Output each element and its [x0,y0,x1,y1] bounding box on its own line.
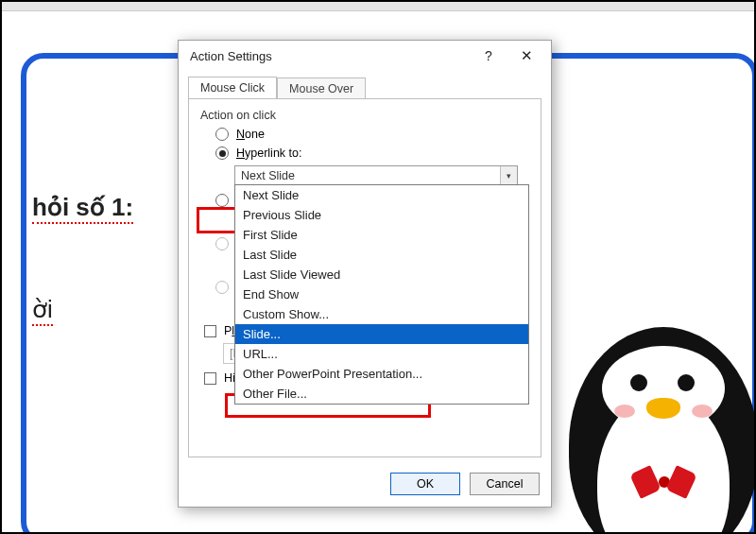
cancel-button[interactable]: Cancel [470,473,540,495]
slide-text-answer: ời [32,295,53,326]
radio-none-label: None [236,128,265,141]
chevron-down-icon[interactable]: ▾ [500,166,517,185]
checkbox-icon [204,372,216,385]
radio-icon [215,194,229,207]
radio-icon [215,237,229,250]
radio-hyperlink-label: Hyperlink to: [236,146,301,160]
tab-panel-mouse-click: Action on click None Hyperlink to: Next … [188,98,541,457]
dropdown-option[interactable]: Last Slide [235,245,528,265]
tab-mouse-over[interactable]: Mouse Over [277,78,366,99]
radio-none[interactable]: None [215,128,531,141]
dropdown-option[interactable]: Custom Show... [235,304,528,324]
dropdown-option-selected[interactable]: Slide... [235,324,528,344]
dropdown-option[interactable]: URL... [235,344,528,364]
dropdown-option[interactable]: Next Slide [235,185,528,205]
dropdown-option[interactable]: Other PowerPoint Presentation... [235,364,528,384]
radio-hyperlink[interactable]: Hyperlink to: [215,146,531,160]
ruler [2,2,754,11]
dropdown-option[interactable]: Previous Slide [235,205,528,225]
dialog-tabs: Mouse Click Mouse Over [179,71,551,98]
dialog-button-row: OK Cancel [179,467,551,507]
dropdown-option[interactable]: End Show [235,284,528,304]
checkbox-icon [204,325,216,337]
dropdown-option[interactable]: First Slide [235,225,528,245]
slide-text-question: hỏi số 1: [32,193,133,224]
radio-icon [215,146,229,160]
action-settings-dialog: Action Settings ? ✕ Mouse Click Mouse Ov… [178,40,552,508]
dropdown-option[interactable]: Other File... [235,384,528,404]
radio-icon [215,128,229,141]
group-label-action: Action on click [200,109,531,122]
ok-button[interactable]: OK [390,473,460,495]
help-button[interactable]: ? [470,43,507,69]
hyperlink-combo[interactable]: Next Slide ▾ [234,165,518,186]
tab-mouse-click[interactable]: Mouse Click [188,77,277,98]
hyperlink-dropdown[interactable]: Next Slide Previous Slide First Slide La… [234,184,529,405]
close-button[interactable]: ✕ [507,43,545,69]
dropdown-option[interactable]: Last Slide Viewed [235,265,528,284]
dialog-title: Action Settings [190,49,470,63]
hyperlink-combo-value: Next Slide [241,169,295,182]
dialog-titlebar[interactable]: Action Settings ? ✕ [179,41,551,71]
penguin-illustration [550,289,756,534]
radio-icon [215,281,229,294]
